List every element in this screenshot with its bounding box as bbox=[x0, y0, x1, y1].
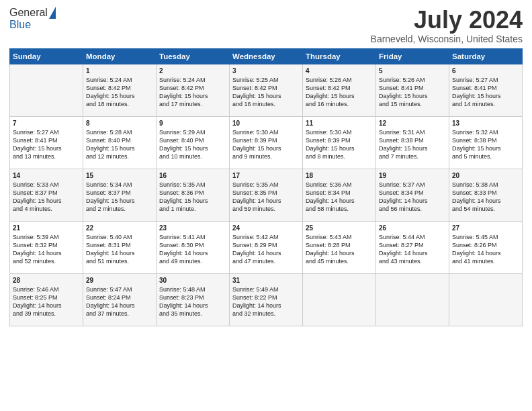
day-number: 5 bbox=[379, 67, 446, 75]
week-row-5: 28Sunrise: 5:46 AM Sunset: 8:25 PM Dayli… bbox=[10, 273, 523, 326]
header-day-thursday: Thursday bbox=[303, 48, 376, 64]
calendar-cell: 30Sunrise: 5:48 AM Sunset: 8:23 PM Dayli… bbox=[157, 273, 230, 326]
calendar-cell: 6Sunrise: 5:27 AM Sunset: 8:41 PM Daylig… bbox=[449, 64, 523, 116]
calendar-cell: 23Sunrise: 5:41 AM Sunset: 8:30 PM Dayli… bbox=[157, 221, 230, 273]
cell-text: Sunrise: 5:30 AM Sunset: 8:39 PM Dayligh… bbox=[306, 129, 355, 160]
calendar-cell: 27Sunrise: 5:45 AM Sunset: 8:26 PM Dayli… bbox=[449, 221, 523, 273]
cell-text: Sunrise: 5:28 AM Sunset: 8:40 PM Dayligh… bbox=[86, 129, 135, 160]
day-number: 8 bbox=[86, 120, 153, 127]
cell-text: Sunrise: 5:37 AM Sunset: 8:34 PM Dayligh… bbox=[379, 181, 428, 212]
calendar-cell: 22Sunrise: 5:40 AM Sunset: 8:31 PM Dayli… bbox=[83, 221, 157, 273]
day-number: 30 bbox=[159, 277, 226, 284]
calendar-cell: 10Sunrise: 5:30 AM Sunset: 8:39 PM Dayli… bbox=[230, 116, 303, 169]
cell-text: Sunrise: 5:45 AM Sunset: 8:26 PM Dayligh… bbox=[452, 234, 501, 265]
cell-text: Sunrise: 5:29 AM Sunset: 8:40 PM Dayligh… bbox=[159, 129, 208, 160]
cell-text: Sunrise: 5:24 AM Sunset: 8:42 PM Dayligh… bbox=[86, 77, 135, 107]
cell-text: Sunrise: 5:39 AM Sunset: 8:32 PM Dayligh… bbox=[13, 234, 62, 265]
title-block: July 2024 Barneveld, Wisconsin, United S… bbox=[371, 7, 523, 44]
calendar-cell: 4Sunrise: 5:26 AM Sunset: 8:42 PM Daylig… bbox=[303, 64, 376, 116]
cell-text: Sunrise: 5:35 AM Sunset: 8:36 PM Dayligh… bbox=[159, 181, 208, 212]
day-number: 6 bbox=[452, 67, 519, 75]
calendar-cell: 20Sunrise: 5:38 AM Sunset: 8:33 PM Dayli… bbox=[449, 169, 523, 221]
calendar-cell: 19Sunrise: 5:37 AM Sunset: 8:34 PM Dayli… bbox=[376, 169, 449, 221]
cell-text: Sunrise: 5:26 AM Sunset: 8:41 PM Dayligh… bbox=[379, 77, 428, 107]
calendar-cell: 5Sunrise: 5:26 AM Sunset: 8:41 PM Daylig… bbox=[376, 64, 449, 116]
logo-general-text: General bbox=[9, 7, 48, 19]
cell-text: Sunrise: 5:30 AM Sunset: 8:39 PM Dayligh… bbox=[232, 129, 281, 160]
day-number: 18 bbox=[306, 172, 373, 179]
cell-text: Sunrise: 5:46 AM Sunset: 8:25 PM Dayligh… bbox=[13, 286, 62, 317]
header-day-wednesday: Wednesday bbox=[230, 48, 303, 64]
calendar-cell: 31Sunrise: 5:49 AM Sunset: 8:22 PM Dayli… bbox=[230, 273, 303, 326]
cell-text: Sunrise: 5:27 AM Sunset: 8:41 PM Dayligh… bbox=[13, 129, 62, 160]
calendar-cell: 15Sunrise: 5:34 AM Sunset: 8:37 PM Dayli… bbox=[83, 169, 157, 221]
calendar-cell bbox=[303, 273, 376, 326]
day-number: 29 bbox=[86, 277, 153, 284]
cell-text: Sunrise: 5:33 AM Sunset: 8:37 PM Dayligh… bbox=[13, 181, 62, 212]
header-row: SundayMondayTuesdayWednesdayThursdayFrid… bbox=[10, 48, 523, 64]
header-day-monday: Monday bbox=[83, 48, 157, 64]
logo: General Blue bbox=[9, 7, 56, 31]
calendar-cell: 2Sunrise: 5:24 AM Sunset: 8:42 PM Daylig… bbox=[157, 64, 230, 116]
cell-text: Sunrise: 5:43 AM Sunset: 8:28 PM Dayligh… bbox=[306, 234, 355, 265]
cell-text: Sunrise: 5:27 AM Sunset: 8:41 PM Dayligh… bbox=[452, 77, 501, 107]
cell-text: Sunrise: 5:48 AM Sunset: 8:23 PM Dayligh… bbox=[159, 286, 208, 317]
cell-text: Sunrise: 5:42 AM Sunset: 8:29 PM Dayligh… bbox=[232, 234, 281, 265]
page: General Blue July 2024 Barneveld, Wiscon… bbox=[0, 0, 532, 411]
calendar-cell: 26Sunrise: 5:44 AM Sunset: 8:27 PM Dayli… bbox=[376, 221, 449, 273]
day-number: 19 bbox=[379, 172, 446, 179]
week-row-4: 21Sunrise: 5:39 AM Sunset: 8:32 PM Dayli… bbox=[10, 221, 523, 273]
cell-text: Sunrise: 5:36 AM Sunset: 8:34 PM Dayligh… bbox=[306, 181, 355, 212]
calendar-cell: 14Sunrise: 5:33 AM Sunset: 8:37 PM Dayli… bbox=[10, 169, 83, 221]
day-number: 17 bbox=[232, 172, 300, 179]
day-number: 7 bbox=[13, 120, 80, 127]
day-number: 16 bbox=[159, 172, 226, 179]
day-number: 23 bbox=[159, 224, 226, 232]
day-number: 15 bbox=[86, 172, 153, 179]
cell-text: Sunrise: 5:34 AM Sunset: 8:37 PM Dayligh… bbox=[86, 181, 135, 212]
calendar-cell: 1Sunrise: 5:24 AM Sunset: 8:42 PM Daylig… bbox=[83, 64, 157, 116]
header-day-tuesday: Tuesday bbox=[157, 48, 230, 64]
header-day-sunday: Sunday bbox=[10, 48, 83, 64]
header: General Blue July 2024 Barneveld, Wiscon… bbox=[9, 7, 523, 44]
day-number: 12 bbox=[379, 120, 446, 127]
calendar-cell: 21Sunrise: 5:39 AM Sunset: 8:32 PM Dayli… bbox=[10, 221, 83, 273]
calendar-cell: 24Sunrise: 5:42 AM Sunset: 8:29 PM Dayli… bbox=[230, 221, 303, 273]
cell-text: Sunrise: 5:41 AM Sunset: 8:30 PM Dayligh… bbox=[159, 234, 208, 265]
day-number: 2 bbox=[159, 67, 226, 75]
calendar-cell bbox=[449, 273, 523, 326]
day-number: 31 bbox=[232, 277, 300, 284]
calendar-cell: 12Sunrise: 5:31 AM Sunset: 8:38 PM Dayli… bbox=[376, 116, 449, 169]
cell-text: Sunrise: 5:40 AM Sunset: 8:31 PM Dayligh… bbox=[86, 234, 135, 265]
cell-text: Sunrise: 5:35 AM Sunset: 8:35 PM Dayligh… bbox=[232, 181, 281, 212]
day-number: 26 bbox=[379, 224, 446, 232]
calendar-cell: 13Sunrise: 5:32 AM Sunset: 8:38 PM Dayli… bbox=[449, 116, 523, 169]
cell-text: Sunrise: 5:49 AM Sunset: 8:22 PM Dayligh… bbox=[232, 286, 281, 317]
cell-text: Sunrise: 5:31 AM Sunset: 8:38 PM Dayligh… bbox=[379, 129, 428, 160]
calendar-cell: 3Sunrise: 5:25 AM Sunset: 8:42 PM Daylig… bbox=[230, 64, 303, 116]
calendar-cell: 16Sunrise: 5:35 AM Sunset: 8:36 PM Dayli… bbox=[157, 169, 230, 221]
day-number: 1 bbox=[86, 67, 153, 75]
calendar-table: SundayMondayTuesdayWednesdayThursdayFrid… bbox=[9, 48, 523, 326]
day-number: 10 bbox=[232, 120, 300, 127]
week-row-3: 14Sunrise: 5:33 AM Sunset: 8:37 PM Dayli… bbox=[10, 169, 523, 221]
day-number: 25 bbox=[306, 224, 373, 232]
cell-text: Sunrise: 5:25 AM Sunset: 8:42 PM Dayligh… bbox=[232, 77, 281, 107]
logo-triangle-icon bbox=[49, 7, 56, 19]
location: Barneveld, Wisconsin, United States bbox=[371, 34, 523, 44]
calendar-cell: 17Sunrise: 5:35 AM Sunset: 8:35 PM Dayli… bbox=[230, 169, 303, 221]
calendar-cell bbox=[376, 273, 449, 326]
day-number: 20 bbox=[452, 172, 519, 179]
day-number: 22 bbox=[86, 224, 153, 232]
calendar-cell: 7Sunrise: 5:27 AM Sunset: 8:41 PM Daylig… bbox=[10, 116, 83, 169]
calendar-cell: 18Sunrise: 5:36 AM Sunset: 8:34 PM Dayli… bbox=[303, 169, 376, 221]
cell-text: Sunrise: 5:47 AM Sunset: 8:24 PM Dayligh… bbox=[86, 286, 135, 317]
calendar-cell: 9Sunrise: 5:29 AM Sunset: 8:40 PM Daylig… bbox=[157, 116, 230, 169]
calendar-cell: 8Sunrise: 5:28 AM Sunset: 8:40 PM Daylig… bbox=[83, 116, 157, 169]
calendar-cell: 28Sunrise: 5:46 AM Sunset: 8:25 PM Dayli… bbox=[10, 273, 83, 326]
day-number: 11 bbox=[306, 120, 373, 127]
calendar-cell: 11Sunrise: 5:30 AM Sunset: 8:39 PM Dayli… bbox=[303, 116, 376, 169]
header-day-friday: Friday bbox=[376, 48, 449, 64]
cell-text: Sunrise: 5:38 AM Sunset: 8:33 PM Dayligh… bbox=[452, 181, 501, 212]
week-row-1: 1Sunrise: 5:24 AM Sunset: 8:42 PM Daylig… bbox=[10, 64, 523, 116]
